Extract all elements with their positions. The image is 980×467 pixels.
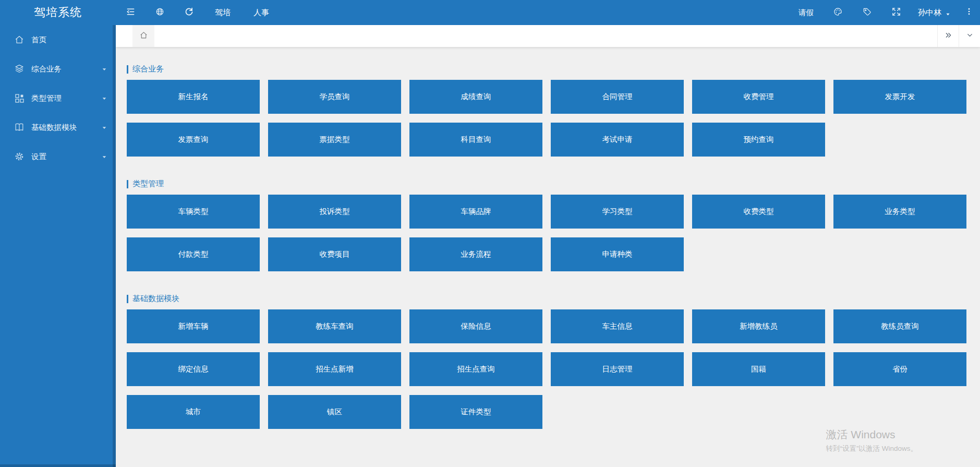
section-type-manage: 类型管理车辆类型投诉类型车辆品牌学习类型收费类型业务类型付款类型收费项目业务流程… bbox=[127, 179, 980, 271]
module-button[interactable]: 票据类型 bbox=[268, 123, 401, 157]
section-title: 综合业务 bbox=[127, 65, 980, 74]
sidebar-item-label: 首页 bbox=[31, 35, 46, 45]
section-title-label: 综合业务 bbox=[132, 64, 164, 74]
dots-vertical-icon bbox=[964, 7, 974, 18]
sidebar-nav: 首页综合业务类型管理基础数据模块设置 bbox=[0, 25, 116, 171]
module-button[interactable]: 车主信息 bbox=[551, 309, 684, 343]
topbar-tab-jiapei[interactable]: 驾培 bbox=[203, 0, 242, 25]
module-button[interactable]: 保险信息 bbox=[409, 309, 542, 343]
chevrons-right-icon bbox=[945, 31, 952, 41]
chevron-down-button[interactable] bbox=[959, 25, 980, 47]
module-button[interactable]: 投诉类型 bbox=[268, 195, 401, 229]
book-icon bbox=[14, 122, 25, 133]
module-button[interactable]: 国籍 bbox=[692, 352, 825, 386]
module-button[interactable]: 车辆品牌 bbox=[409, 195, 542, 229]
module-button[interactable]: 合同管理 bbox=[551, 80, 684, 114]
module-button[interactable]: 发票开发 bbox=[833, 80, 966, 114]
menu-fold-button[interactable] bbox=[116, 0, 145, 25]
tag-icon bbox=[862, 7, 872, 19]
sidebar: 首页综合业务类型管理基础数据模块设置 bbox=[0, 25, 116, 467]
module-button[interactable]: 科目查询 bbox=[409, 123, 542, 157]
refresh-icon bbox=[184, 7, 194, 19]
module-button[interactable]: 证件类型 bbox=[409, 395, 542, 429]
topbar-left-icons bbox=[116, 0, 203, 25]
module-button[interactable]: 收费管理 bbox=[692, 80, 825, 114]
sidebar-item-label: 综合业务 bbox=[31, 64, 62, 74]
module-button[interactable]: 业务类型 bbox=[833, 195, 966, 229]
module-button[interactable]: 业务流程 bbox=[409, 237, 542, 271]
tag-button[interactable] bbox=[852, 0, 881, 25]
module-button[interactable]: 预约查询 bbox=[692, 123, 825, 157]
module-button[interactable]: 新增车辆 bbox=[127, 309, 260, 343]
topbar: 驾培系统 驾培人事 请假 孙中林 bbox=[0, 0, 980, 25]
module-button[interactable]: 收费类型 bbox=[692, 195, 825, 229]
module-grid: 新生报名学员查询成绩查询合同管理收费管理发票开发发票查询票据类型科目查询考试申请… bbox=[127, 80, 980, 157]
module-button[interactable]: 日志管理 bbox=[551, 352, 684, 386]
module-button[interactable]: 绑定信息 bbox=[127, 352, 260, 386]
module-button[interactable]: 省份 bbox=[833, 352, 966, 386]
module-button[interactable]: 教练车查询 bbox=[268, 309, 401, 343]
main-area: 综合业务新生报名学员查询成绩查询合同管理收费管理发票开发发票查询票据类型科目查询… bbox=[116, 25, 980, 467]
globe-button[interactable] bbox=[145, 0, 174, 25]
module-button[interactable]: 收费项目 bbox=[268, 237, 401, 271]
tab-bar-actions bbox=[937, 25, 980, 47]
caret-down-icon bbox=[101, 153, 107, 160]
chevron-down-icon bbox=[966, 31, 974, 41]
module-grid: 车辆类型投诉类型车辆品牌学习类型收费类型业务类型付款类型收费项目业务流程申请种类 bbox=[127, 195, 980, 271]
module-button[interactable]: 成绩查询 bbox=[409, 80, 542, 114]
sidebar-item-label: 基础数据模块 bbox=[31, 123, 77, 133]
module-button[interactable]: 学员查询 bbox=[268, 80, 401, 114]
user-name: 孙中林 bbox=[918, 8, 941, 18]
module-button[interactable]: 镇区 bbox=[268, 395, 401, 429]
topbar-tabs: 驾培人事 bbox=[203, 0, 281, 25]
sidebar-item-label: 设置 bbox=[31, 152, 46, 162]
sidebar-item-type-manage[interactable]: 类型管理 bbox=[0, 83, 116, 113]
sidebar-item-base-data[interactable]: 基础数据模块 bbox=[0, 113, 116, 142]
app-window: 驾培系统 驾培人事 请假 孙中林 首页综合业务类型管理基础数据模块设置 综合业务… bbox=[0, 0, 980, 467]
module-button[interactable]: 车辆类型 bbox=[127, 195, 260, 229]
section-accent-bar bbox=[127, 65, 128, 74]
module-button[interactable]: 新增教练员 bbox=[692, 309, 825, 343]
sidebar-item-home[interactable]: 首页 bbox=[0, 25, 116, 54]
section-base-data: 基础数据模块新增车辆教练车查询保险信息车主信息新增教练员教练员查询绑定信息招生点… bbox=[127, 294, 980, 429]
caret-down-icon bbox=[101, 124, 107, 130]
fullscreen-button[interactable] bbox=[881, 0, 911, 25]
home-icon bbox=[14, 34, 25, 45]
module-button[interactable]: 发票查询 bbox=[127, 123, 260, 157]
user-menu[interactable]: 孙中林 bbox=[911, 0, 958, 25]
chevrons-right-button[interactable] bbox=[937, 25, 959, 47]
section-title: 类型管理 bbox=[127, 179, 980, 188]
module-button[interactable]: 新生报名 bbox=[127, 80, 260, 114]
home-icon bbox=[139, 31, 148, 42]
section-accent-bar bbox=[127, 180, 128, 188]
module-button[interactable]: 学习类型 bbox=[551, 195, 684, 229]
section-business: 综合业务新生报名学员查询成绩查询合同管理收费管理发票开发发票查询票据类型科目查询… bbox=[127, 65, 980, 157]
sidebar-item-business[interactable]: 综合业务 bbox=[0, 54, 116, 83]
module-button[interactable]: 招生点查询 bbox=[409, 352, 542, 386]
tab-bar bbox=[116, 25, 980, 47]
module-button[interactable]: 教练员查询 bbox=[833, 309, 966, 343]
module-button[interactable]: 城市 bbox=[127, 395, 260, 429]
section-accent-bar bbox=[127, 295, 128, 303]
content: 综合业务新生报名学员查询成绩查询合同管理收费管理发票开发发票查询票据类型科目查询… bbox=[116, 47, 980, 467]
topbar-tab-renshi[interactable]: 人事 bbox=[242, 0, 281, 25]
section-title-label: 基础数据模块 bbox=[132, 294, 179, 304]
home-tab[interactable] bbox=[132, 25, 154, 47]
module-button[interactable]: 考试申请 bbox=[551, 123, 684, 157]
caret-down-icon bbox=[101, 66, 107, 72]
palette-button[interactable] bbox=[823, 0, 852, 25]
leave-button[interactable]: 请假 bbox=[789, 0, 823, 25]
sidebar-item-label: 类型管理 bbox=[31, 93, 62, 103]
more-menu-button[interactable] bbox=[958, 0, 980, 25]
menu-fold-icon bbox=[126, 7, 136, 19]
sidebar-item-settings[interactable]: 设置 bbox=[0, 142, 116, 171]
app-logo: 驾培系统 bbox=[0, 0, 116, 25]
module-button[interactable]: 付款类型 bbox=[127, 237, 260, 271]
module-button[interactable]: 申请种类 bbox=[551, 237, 684, 271]
globe-icon bbox=[155, 7, 165, 19]
module-button[interactable]: 招生点新增 bbox=[268, 352, 401, 386]
topbar-right-icons bbox=[823, 0, 911, 25]
section-title: 基础数据模块 bbox=[127, 294, 980, 303]
module-grid: 新增车辆教练车查询保险信息车主信息新增教练员教练员查询绑定信息招生点新增招生点查… bbox=[127, 309, 980, 429]
refresh-button[interactable] bbox=[174, 0, 203, 25]
